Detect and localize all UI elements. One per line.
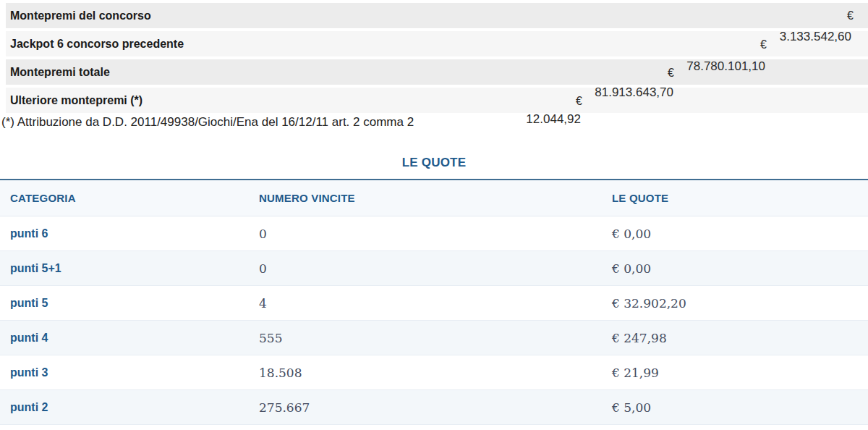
euro-symbol: €: [576, 95, 582, 108]
quota-cell: € 0,00: [602, 216, 868, 251]
euro-symbol: €: [847, 9, 854, 22]
numero-vincite-cell: 275.667: [249, 390, 602, 425]
montepremi-row-label: Jackpot 6 concorso precedente: [6, 31, 868, 56]
montepremi-row-concorso: Montepremi del concorso: [6, 3, 868, 28]
numero-vincite-cell: 18.508: [249, 355, 602, 390]
categoria-cell: punti 4: [0, 321, 249, 355]
montepremi-row-ulteriore: Ulteriore montepremi (*): [6, 88, 868, 113]
table-row: punti 6 0 € 0,00: [0, 216, 868, 251]
attribution-footnote: (*) Attribuzione da D.D. 2011/49938/Gioc…: [1, 115, 414, 130]
montepremi-value: 78.780.101,10: [686, 59, 765, 74]
le-quote-title: LE QUOTE: [0, 156, 868, 170]
numero-vincite-cell: 0: [249, 216, 602, 251]
numero-vincite-cell: 4: [249, 286, 602, 321]
lottery-results-page: Montepremi del concorso Jackpot 6 concor…: [0, 0, 868, 430]
euro-symbol: €: [760, 38, 767, 51]
categoria-cell: punti 5: [0, 286, 249, 321]
montepremi-row-jackpot: Jackpot 6 concorso precedente: [6, 31, 868, 56]
column-header-categoria: CATEGORIA: [0, 180, 249, 216]
categoria-cell: punti 5+1: [0, 251, 249, 286]
montepremi-row-label: Montepremi del concorso: [6, 3, 868, 28]
table-header-row: CATEGORIA NUMERO VINCITE LE QUOTE: [0, 180, 868, 216]
numero-vincite-cell: 0: [249, 251, 602, 286]
montepremi-row-label: Ulteriore montepremi (*): [6, 88, 868, 113]
categoria-cell: punti 6: [0, 216, 249, 251]
le-quote-table: CATEGORIA NUMERO VINCITE LE QUOTE punti …: [0, 179, 868, 425]
montepremi-value: 12.044,92: [526, 112, 581, 127]
table-row: punti 2 275.667 € 5,00: [0, 390, 868, 425]
quota-cell: € 247,98: [602, 321, 868, 355]
categoria-cell: punti 2: [0, 390, 249, 425]
table-row: punti 5+1 0 € 0,00: [0, 251, 868, 286]
quota-cell: € 0,00: [602, 251, 868, 286]
table-row: punti 5 4 € 32.902,20: [0, 286, 868, 321]
quota-cell: € 21,99: [602, 355, 868, 390]
column-header-le-quote: LE QUOTE: [602, 180, 868, 216]
montepremi-value: 3.133.542,60: [780, 30, 851, 44]
column-header-numero-vincite: NUMERO VINCITE: [249, 180, 602, 216]
table-row: punti 4 555 € 247,98: [0, 321, 868, 355]
categoria-cell: punti 3: [0, 355, 249, 390]
quota-cell: € 5,00: [602, 390, 868, 425]
quota-cell: € 32.902,20: [602, 286, 868, 321]
table-row: punti 3 18.508 € 21,99: [0, 355, 868, 390]
montepremi-value: 81.913.643,70: [595, 85, 673, 100]
numero-vincite-cell: 555: [249, 321, 602, 355]
euro-symbol: €: [668, 67, 674, 80]
